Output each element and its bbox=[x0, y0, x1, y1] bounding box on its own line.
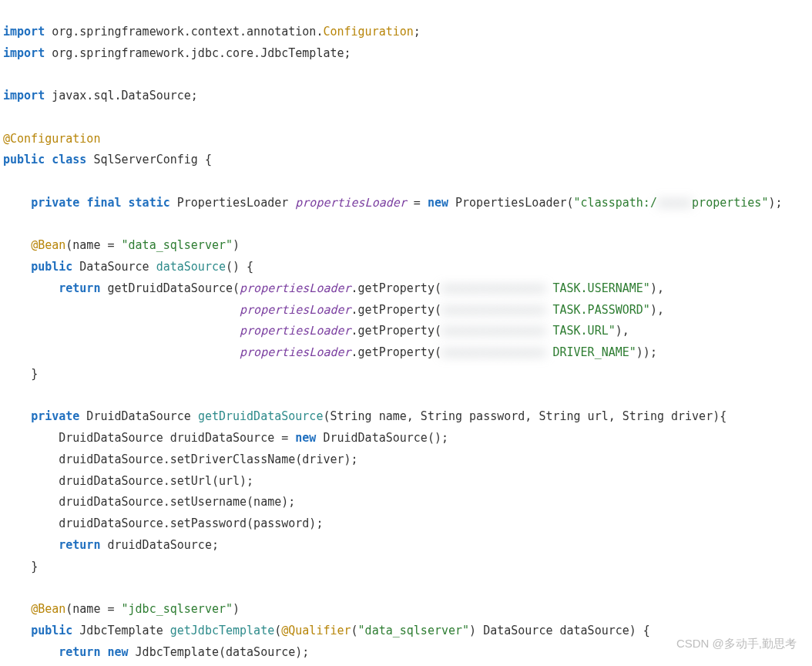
txt: ) bbox=[233, 238, 240, 252]
kw: return bbox=[59, 281, 100, 295]
str: "data_sqlserver" bbox=[122, 238, 233, 252]
kw: import bbox=[3, 89, 45, 103]
txt: javax.sql.DataSource; bbox=[45, 89, 198, 103]
txt: ), bbox=[650, 281, 664, 295]
kw: public bbox=[31, 624, 72, 637]
txt: SqlServerConfig { bbox=[86, 153, 212, 166]
str: DRIVER_NAME" bbox=[552, 345, 636, 359]
method: getJdbcTemplate bbox=[170, 624, 274, 637]
str: TASK.USERNAME" bbox=[552, 281, 649, 295]
method: getDruidDataSource bbox=[198, 409, 324, 423]
field: propertiesLoader bbox=[295, 196, 407, 210]
cls: Configuration bbox=[323, 25, 413, 39]
kw: new bbox=[428, 196, 448, 210]
str: "jdbc_sqlserver" bbox=[122, 602, 233, 616]
txt: DataSource dataSource) { bbox=[476, 624, 650, 637]
txt: () { bbox=[226, 260, 253, 274]
kw: new bbox=[107, 645, 128, 659]
redacted: xxxxx bbox=[657, 193, 692, 214]
kw: static bbox=[129, 196, 170, 210]
annotation: @Bean bbox=[31, 602, 65, 616]
redacted: xxxxxxxxxxxxxxx bbox=[441, 278, 545, 300]
kw: return bbox=[59, 538, 100, 552]
txt: ) bbox=[469, 624, 476, 637]
kw: new bbox=[295, 431, 316, 445]
txt: druidDataSource; bbox=[100, 538, 219, 552]
txt: ( bbox=[351, 624, 358, 637]
txt: PropertiesLoader( bbox=[448, 196, 574, 210]
txt: DataSource bbox=[72, 260, 156, 274]
field: propertiesLoader bbox=[240, 345, 351, 359]
str: "classpath:/ bbox=[574, 196, 657, 210]
str: "data_sqlserver" bbox=[358, 624, 470, 637]
txt: ); bbox=[768, 196, 782, 210]
txt: (String name, String password, String ur… bbox=[323, 409, 726, 423]
txt: druidDataSource.setPassword(password); bbox=[59, 516, 323, 530]
txt: org.springframework.context.annotation. bbox=[45, 25, 323, 39]
txt: JdbcTemplate bbox=[72, 624, 169, 637]
kw: public bbox=[31, 260, 72, 274]
field: propertiesLoader bbox=[240, 324, 351, 338]
txt: JdbcTemplate(dataSource); bbox=[129, 645, 310, 659]
code-block: import org.springframework.context.annot… bbox=[0, 0, 812, 666]
redacted: xxxxxxxxxxxxxxx bbox=[441, 342, 545, 364]
kw: private bbox=[31, 196, 79, 210]
txt: org.springframework.jdbc.core.JdbcTempla… bbox=[45, 46, 351, 60]
str: TASK.URL" bbox=[552, 324, 615, 338]
txt: ), bbox=[616, 324, 629, 338]
redacted: xxxxxxxxxxxxxxx bbox=[441, 300, 545, 321]
txt: .getProperty( bbox=[351, 345, 441, 359]
txt: DruidDataSource(); bbox=[316, 431, 448, 445]
kw: return bbox=[59, 645, 100, 659]
str: TASK.PASSWORD" bbox=[552, 303, 649, 317]
txt: )); bbox=[636, 345, 657, 359]
kw: public bbox=[3, 153, 45, 166]
txt: .getProperty( bbox=[351, 303, 441, 317]
txt: ), bbox=[650, 303, 664, 317]
txt: } bbox=[31, 560, 38, 574]
field: propertiesLoader bbox=[240, 303, 351, 317]
txt: druidDataSource.setUrl(url); bbox=[59, 474, 253, 488]
txt: PropertiesLoader bbox=[170, 196, 296, 210]
annotation: @Bean bbox=[31, 238, 65, 252]
kw: final bbox=[86, 196, 121, 210]
txt: druidDataSource.setUsername(name); bbox=[59, 495, 295, 509]
txt: getDruidDataSource( bbox=[100, 281, 240, 295]
txt: = bbox=[407, 196, 428, 210]
txt: ) bbox=[233, 602, 240, 616]
txt: (name = bbox=[65, 238, 121, 252]
txt: } bbox=[31, 367, 38, 381]
kw: import bbox=[3, 25, 45, 39]
txt: druidDataSource.setDriverClassName(drive… bbox=[59, 452, 357, 466]
annotation: @Configuration bbox=[3, 132, 100, 146]
str: properties" bbox=[692, 196, 768, 210]
kw: import bbox=[3, 46, 45, 60]
method: dataSource bbox=[156, 260, 226, 274]
redacted: xxxxxxxxxxxxxxx bbox=[441, 321, 545, 342]
kw: private bbox=[31, 409, 79, 423]
txt: DruidDataSource druidDataSource = bbox=[59, 431, 295, 445]
field: propertiesLoader bbox=[240, 281, 351, 295]
annotation: @Qualifier bbox=[281, 624, 351, 637]
kw: class bbox=[52, 153, 86, 166]
txt: ( bbox=[274, 624, 281, 637]
txt: DruidDataSource bbox=[79, 409, 198, 423]
txt: ; bbox=[414, 25, 421, 39]
txt: .getProperty( bbox=[351, 281, 441, 295]
txt: .getProperty( bbox=[351, 324, 441, 338]
txt: (name = bbox=[65, 602, 121, 616]
